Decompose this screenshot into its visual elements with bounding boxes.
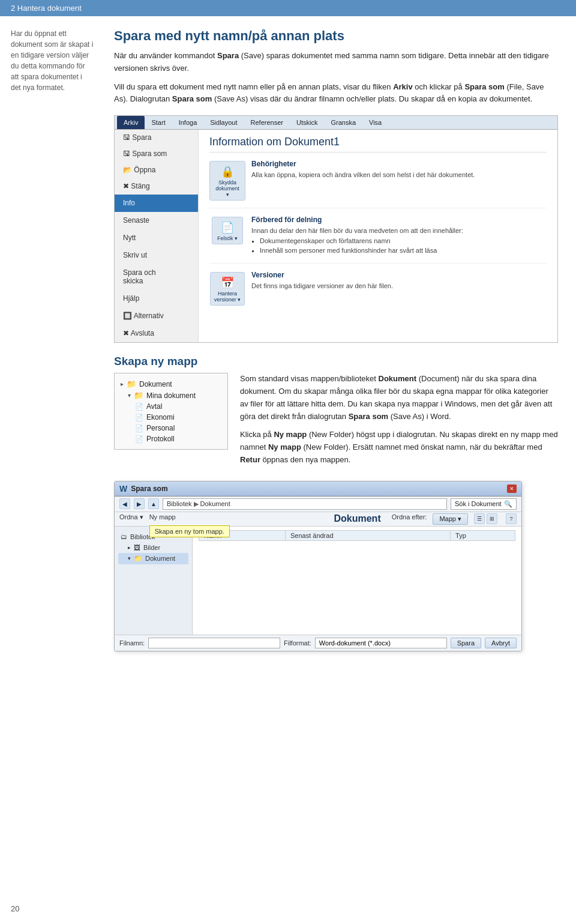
tree-item-mina-dokument: ▾ 📁 Mina dokument (121, 390, 221, 401)
skydda-dokument-button[interactable]: 🔒 Skyddadokument ▾ (209, 161, 245, 201)
ny-mapp-button[interactable]: Ny mapp Skapa en ny tom mapp. (149, 513, 176, 525)
hantera-versioner-button[interactable]: 📅 Hanteraversioner ▾ (210, 272, 245, 306)
menu-spara[interactable]: 🖫 Spara (115, 130, 198, 146)
dokument-big-label: Dokument (334, 513, 380, 525)
folder-icon-mina: 📁 (134, 391, 143, 400)
filename-input[interactable] (148, 638, 280, 648)
ribbon-tab-infoga[interactable]: Infoga (172, 116, 204, 129)
menu-avsluta[interactable]: ✖ Avsluta (115, 325, 198, 342)
versioner-heading: Versioner (251, 271, 547, 279)
lock-icon: 🔒 (214, 165, 241, 178)
sidebar-item-dokument[interactable]: ▾ 📁 Dokument (118, 553, 188, 564)
saveas-menu-bar: Ordna ▾ Ny mapp Skapa en ny tom mapp. Do… (115, 512, 521, 527)
filename-label: Filnamn: (119, 639, 145, 647)
dokument-sidebar-label: Dokument (145, 555, 175, 562)
tree-label-ekonomi: Ekonomi (146, 413, 175, 421)
dokument-sidebar-icon: 📁 (134, 555, 142, 563)
mapp-dropdown[interactable]: Mapp ▾ (433, 513, 468, 525)
forward-button[interactable]: ▶ (134, 498, 145, 509)
list-view-icon[interactable]: ☰ (474, 513, 485, 524)
folder-icon-dokument: 📁 (127, 379, 136, 388)
search-box[interactable]: Sök i Dokument 🔍 (451, 498, 517, 510)
saveas-titlebar: W Spara som ✕ (115, 482, 521, 497)
menu-info[interactable]: Info (115, 195, 198, 212)
menu-alternativ[interactable]: 🔲 Alternativ (115, 307, 198, 325)
bilder-expand-icon: ▸ (128, 545, 131, 551)
office-menu: 🖫 Spara 🖫 Spara som 📂 Öppna ✖ Stäng Info… (115, 130, 199, 342)
info-section-forberedd: 📄 Felsök ▾ Förbered för delning Innan du… (209, 216, 547, 264)
bilder-label: Bilder (143, 544, 160, 551)
felsok-button[interactable]: 📄 Felsök ▾ (212, 217, 243, 244)
doc-icon-ekonomi: 📄 (135, 414, 143, 421)
section2-para1: Som standard visas mappen/biblioteket Do… (240, 373, 558, 423)
saveas-footer: Filnamn: Filformat: Spara Avbryt (115, 635, 521, 651)
back-button[interactable]: ◀ (119, 498, 130, 509)
ribbon-tab-start[interactable]: Start (145, 116, 172, 129)
ordna-efter-label: Ordna efter: (392, 513, 427, 525)
section2-para2: Klicka på Ny mapp (New Folder) högst upp… (240, 429, 558, 466)
ribbon-tab-granska[interactable]: Granska (324, 116, 362, 129)
bibliotek-icon: 🗂 (121, 533, 127, 540)
search-label: Sök i Dokument (455, 500, 502, 507)
saveas-title-label: Spara som (131, 485, 167, 493)
file-tree-col: ▸ 📁 Dokument ▾ 📁 Mina dokument 📄 Avtal (114, 373, 228, 473)
menu-nytt[interactable]: Nytt (115, 229, 198, 247)
info-icon-versioner: 📅 Hanteraversioner ▾ (209, 271, 245, 306)
behorigheteer-text: Behörigheter Alla kan öppna, kopiera och… (245, 160, 547, 180)
office-info-panel: Information om Dokument1 🔒 Skyddadokumen… (199, 130, 557, 342)
menu-senaste[interactable]: Senaste (115, 212, 198, 229)
ribbon-tab-visa[interactable]: Visa (362, 116, 388, 129)
calendar-icon: 📅 (214, 276, 241, 289)
menu-spara-och-skicka[interactable]: Spara ochskicka (115, 264, 198, 290)
saveas-sidebar: 🗂 Bibliotek ▸ 🖼 Bilder ▾ 📁 Dokument (115, 527, 193, 635)
behorigheteer-body: Alla kan öppna, kopiera och ändra vilken… (251, 170, 547, 180)
saveas-nav-toolbar: ◀ ▶ ▲ Bibliotek ▶ Dokument Sök i Dokumen… (115, 497, 521, 512)
breadcrumb-bibliotek: Bibliotek (167, 500, 192, 507)
spara-button[interactable]: Spara (451, 638, 481, 648)
menu-skriv-ut[interactable]: Skriv ut (115, 247, 198, 264)
ordna-menu[interactable]: Ordna ▾ (119, 513, 143, 525)
menu-spara-som[interactable]: 🖫 Spara som (115, 146, 198, 162)
breadcrumb-sep1: ▶ (194, 500, 199, 508)
info-section-behorigheteer: 🔒 Skyddadokument ▾ Behörigheter Alla kan… (209, 160, 547, 208)
office-info-area: 🖫 Spara 🖫 Spara som 📂 Öppna ✖ Stäng Info… (115, 130, 557, 342)
chapter-title: 2 Hantera dokument (11, 4, 82, 13)
filetype-input[interactable] (315, 638, 447, 648)
help-icon[interactable]: ? (506, 513, 517, 524)
saveas-titlebar-title: W Spara som (119, 484, 168, 494)
doc-icon-protokoll: 📄 (135, 435, 143, 443)
search-icon: 🔍 (504, 500, 512, 508)
ribbon-tab-referenser[interactable]: Referenser (244, 116, 290, 129)
sidebar-note: Har du öppnat ett dokument som är skapat… (0, 16, 102, 669)
spacer (182, 513, 328, 525)
page-number: 20 (11, 904, 19, 913)
col-date-header: Senast ändrad (285, 530, 450, 540)
dokument-expand-icon: ▾ (128, 555, 131, 561)
section2-layout: ▸ 📁 Dokument ▾ 📁 Mina dokument 📄 Avtal (114, 373, 558, 473)
file-tree-box: ▸ 📁 Dokument ▾ 📁 Mina dokument 📄 Avtal (114, 373, 228, 450)
close-button[interactable]: ✕ (507, 485, 517, 493)
tree-label-avtal: Avtal (146, 402, 162, 411)
behorigheteer-heading: Behörigheter (251, 160, 547, 168)
grid-view-icon[interactable]: ⊞ (487, 513, 497, 524)
ribbon-tab-sidlayout[interactable]: Sidlayout (203, 116, 244, 129)
tree-item-personal: 📄 Personal (121, 423, 221, 433)
menu-oppna[interactable]: 📂 Öppna (115, 162, 198, 178)
tree-label-protokoll: Protokoll (146, 435, 175, 443)
saveas-dialog-screenshot: W Spara som ✕ ◀ ▶ ▲ Bibliotek ▶ Dokument… (114, 481, 522, 651)
up-button[interactable]: ▲ (148, 498, 159, 509)
ribbon-tab-utskick[interactable]: Utskick (290, 116, 324, 129)
avbryt-button[interactable]: Avbryt (485, 638, 517, 648)
sidebar-item-bilder[interactable]: ▸ 🖼 Bilder (118, 542, 188, 553)
forberedd-heading: Förbered för delning (251, 216, 547, 224)
main-content: Spara med nytt namn/på annan plats När d… (102, 16, 576, 669)
saveas-content-area: Namn Senast ändrad Typ (193, 527, 521, 635)
tree-label-personal: Personal (146, 424, 175, 432)
tree-item-dokument: ▸ 📁 Dokument (121, 378, 221, 390)
breadcrumb-bar[interactable]: Bibliotek ▶ Dokument (163, 498, 447, 510)
section1-para2: Vill du spara ett dokument med nytt namn… (114, 81, 558, 106)
arrow-icon-mina: ▾ (128, 392, 131, 399)
menu-stang[interactable]: ✖ Stäng (115, 178, 198, 195)
ribbon-tab-arkiv[interactable]: Arkiv (117, 116, 145, 129)
menu-hjalp[interactable]: Hjälp (115, 290, 198, 307)
